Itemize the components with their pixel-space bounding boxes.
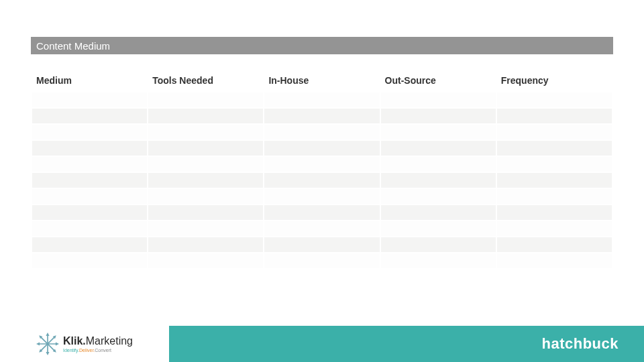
klik-logo-text: Klik.Marketing Identify.Deliver.Convert xyxy=(63,336,133,353)
klik-tagline: Identify.Deliver.Convert xyxy=(63,348,133,353)
footer-left: Klik.Marketing Identify.Deliver.Convert xyxy=(0,326,169,362)
table-cell xyxy=(32,221,147,236)
tagline-convert: Convert xyxy=(95,348,111,353)
table-cell xyxy=(381,253,496,268)
footer: Klik.Marketing Identify.Deliver.Convert … xyxy=(0,326,644,362)
table-row xyxy=(32,221,612,236)
table-cell xyxy=(497,237,612,252)
table-cell xyxy=(148,237,263,252)
table-header-row: Medium Tools Needed In-House Out-Source … xyxy=(32,72,612,91)
table-cell xyxy=(264,93,379,107)
table-cell xyxy=(264,205,379,220)
table-cell xyxy=(497,221,612,236)
table-row xyxy=(32,173,612,188)
table-row xyxy=(32,93,612,107)
table-row xyxy=(32,141,612,156)
table-cell xyxy=(497,125,612,139)
hatchbuck-logo: hatchbuck xyxy=(541,335,619,353)
table-cell xyxy=(381,221,496,236)
table-row xyxy=(32,237,612,252)
table-cell xyxy=(148,221,263,236)
table-cell xyxy=(381,189,496,204)
klik-logo-name: Klik.Marketing xyxy=(63,336,133,347)
table-cell xyxy=(381,173,496,188)
klik-thin: Marketing xyxy=(86,335,133,347)
table-cell xyxy=(148,253,263,268)
table-cell xyxy=(264,253,379,268)
table-cell xyxy=(148,141,263,156)
table-cell xyxy=(497,173,612,188)
table-cell xyxy=(264,141,379,156)
table-cell xyxy=(381,157,496,172)
footer-right: hatchbuck xyxy=(169,326,644,362)
table-cell xyxy=(497,189,612,204)
table-cell xyxy=(148,205,263,220)
svg-marker-7 xyxy=(56,342,59,345)
table-cell xyxy=(264,221,379,236)
klik-snowflake-icon xyxy=(36,333,59,355)
table-cell xyxy=(264,157,379,172)
table-cell xyxy=(32,253,147,268)
table-cell xyxy=(497,109,612,123)
svg-marker-4 xyxy=(46,333,49,336)
table-cell xyxy=(148,173,263,188)
col-tools-needed: Tools Needed xyxy=(148,72,263,91)
table-cell xyxy=(381,93,496,107)
col-in-house: In-House xyxy=(264,72,379,91)
table-row xyxy=(32,125,612,139)
table-row xyxy=(32,205,612,220)
table-cell xyxy=(264,109,379,123)
section-title-bar: Content Medium xyxy=(31,37,613,54)
table-cell xyxy=(32,125,147,139)
table-header: Medium Tools Needed In-House Out-Source … xyxy=(32,72,612,91)
table-cell xyxy=(148,125,263,139)
table-cell xyxy=(264,125,379,139)
table-row xyxy=(32,189,612,204)
table-cell xyxy=(32,173,147,188)
table-cell xyxy=(32,189,147,204)
table-cell xyxy=(32,93,147,107)
table-cell xyxy=(381,109,496,123)
table-cell xyxy=(148,157,263,172)
table-cell xyxy=(264,173,379,188)
slide: Content Medium Medium Tools Needed In-Ho… xyxy=(0,0,644,362)
section-title: Content Medium xyxy=(36,40,110,52)
table-body xyxy=(32,93,612,268)
content-table: Medium Tools Needed In-House Out-Source … xyxy=(31,71,613,269)
table-row xyxy=(32,157,612,172)
table-cell xyxy=(381,141,496,156)
table: Medium Tools Needed In-House Out-Source … xyxy=(31,71,613,269)
svg-marker-5 xyxy=(46,352,49,355)
table-cell xyxy=(264,237,379,252)
table-cell xyxy=(381,237,496,252)
table-cell xyxy=(497,253,612,268)
table-cell xyxy=(148,109,263,123)
klik-bold: Klik. xyxy=(63,335,86,347)
table-cell xyxy=(32,109,147,123)
table-cell xyxy=(32,205,147,220)
col-frequency: Frequency xyxy=(497,72,612,91)
col-medium: Medium xyxy=(32,72,147,91)
table-cell xyxy=(497,93,612,107)
table-cell xyxy=(497,141,612,156)
table-cell xyxy=(497,205,612,220)
tagline-identify: Identify. xyxy=(63,348,79,353)
table-cell xyxy=(497,157,612,172)
svg-marker-6 xyxy=(36,342,40,345)
table-cell xyxy=(32,141,147,156)
table-cell xyxy=(148,189,263,204)
klik-marketing-logo: Klik.Marketing Identify.Deliver.Convert xyxy=(36,333,133,355)
table-cell xyxy=(264,189,379,204)
table-cell xyxy=(148,93,263,107)
tagline-deliver: Deliver. xyxy=(79,348,95,353)
col-out-source: Out-Source xyxy=(381,72,496,91)
table-cell xyxy=(381,125,496,139)
table-cell xyxy=(32,237,147,252)
table-row xyxy=(32,253,612,268)
table-cell xyxy=(32,157,147,172)
table-cell xyxy=(381,205,496,220)
table-row xyxy=(32,109,612,123)
